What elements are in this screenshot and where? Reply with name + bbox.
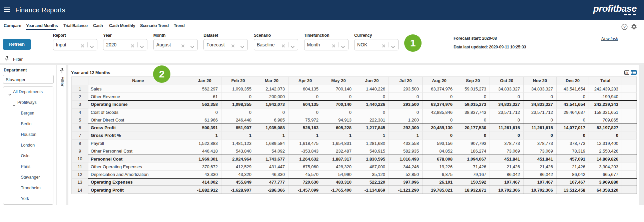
svg-text:?: ?	[623, 25, 626, 29]
